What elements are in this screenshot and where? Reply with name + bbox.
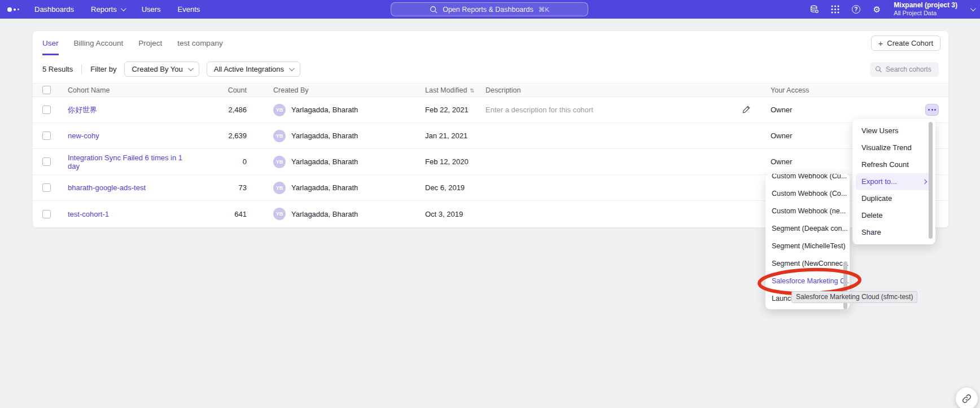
cohort-name-link[interactable]: new-cohy	[68, 131, 186, 140]
mixpanel-logo-icon[interactable]	[7, 7, 27, 12]
project-scope: All Project Data	[894, 10, 957, 17]
search-cohorts-box[interactable]	[870, 62, 939, 77]
nav-item-dashboards[interactable]: Dashboards	[34, 5, 74, 14]
sort-icon[interactable]: ⇅	[470, 87, 474, 94]
data-management-icon[interactable]	[809, 5, 819, 15]
last-modified: Feb 12, 2020	[425, 157, 485, 166]
last-modified: Feb 22, 2021	[425, 106, 485, 114]
cohort-context-menu: View Users Visualize Trend Refresh Count…	[852, 119, 935, 244]
search-cohorts-input[interactable]	[886, 65, 934, 73]
menu-item-view-users[interactable]: View Users	[852, 122, 935, 139]
chevron-down-icon	[121, 6, 126, 11]
chevron-down-icon[interactable]	[970, 6, 976, 11]
cohort-count: 641	[186, 210, 247, 218]
header-created-by: Created By	[247, 86, 425, 94]
menu-item-share[interactable]: Share	[852, 224, 935, 241]
export-submenu: Custom Webhook (Cu... Custom Webhook (Co…	[765, 174, 850, 309]
results-count: 5 Results	[42, 65, 73, 73]
header-cohort-name: Cohort Name	[68, 86, 186, 94]
row-checkbox[interactable]	[42, 106, 51, 114]
nav-item-events[interactable]: Events	[178, 5, 200, 14]
last-modified: Jan 21, 2021	[425, 131, 485, 140]
submenu-item-custom-webhook-3[interactable]: Custom Webhook (ne...	[765, 203, 850, 220]
created-by: Yarlagadda, Bharath	[291, 131, 358, 140]
header-count: Count	[186, 86, 247, 94]
created-by: Yarlagadda, Bharath	[291, 157, 358, 166]
submenu-item-custom-webhook-2[interactable]: Custom Webhook (Co...	[765, 185, 850, 203]
nav-item-reports[interactable]: Reports	[91, 5, 125, 14]
access-level: Owner	[759, 106, 906, 114]
search-icon	[430, 6, 438, 14]
table-row: new-cohy 2,639 YBYarlagadda, Bharath Jan…	[33, 123, 948, 149]
apps-grid-icon[interactable]	[830, 5, 840, 15]
cohort-count: 2,486	[186, 106, 247, 114]
cohort-name-link[interactable]: test-cohort-1	[68, 210, 186, 218]
search-icon	[875, 65, 882, 73]
submenu-item-segment-2[interactable]: Segment (MichelleTest)	[765, 238, 850, 255]
menu-item-delete[interactable]: Delete	[852, 207, 935, 224]
header-your-access: Your Access	[759, 86, 906, 94]
project-switcher[interactable]: Mixpanel (project 3) All Project Data	[894, 2, 957, 16]
last-modified: Oct 3, 2019	[425, 210, 485, 218]
chevron-down-icon	[289, 65, 295, 71]
project-name: Mixpanel (project 3)	[894, 2, 957, 10]
row-checkbox[interactable]	[42, 157, 51, 166]
table-row: Integration Sync Failed 6 times in 1 day…	[33, 149, 948, 175]
cohort-name-link[interactable]: Integration Sync Failed 6 times in 1 day	[68, 153, 186, 170]
menu-item-visualize-trend[interactable]: Visualize Trend	[852, 139, 935, 156]
row-checkbox[interactable]	[42, 131, 51, 140]
more-options-button[interactable]	[925, 104, 939, 116]
filter-by-label: Filter by	[90, 65, 116, 73]
edit-pencil-icon[interactable]	[742, 105, 751, 115]
submenu-item-segment-1[interactable]: Segment (Deepak con...	[765, 220, 850, 238]
tab-test-company[interactable]: test company	[177, 31, 222, 55]
submenu-item-custom-webhook-1[interactable]: Custom Webhook (Cu...	[765, 174, 850, 185]
share-link-button[interactable]	[956, 388, 978, 408]
last-modified: Dec 6, 2019	[425, 183, 485, 192]
cohort-name-link[interactable]: 你好世界	[68, 105, 186, 115]
nav-item-users[interactable]: Users	[142, 5, 161, 14]
menu-item-export-to[interactable]: Export to...	[856, 173, 932, 190]
integrations-filter[interactable]: All Active Integrations	[207, 62, 300, 77]
tab-user[interactable]: User	[42, 31, 59, 55]
created-by: Yarlagadda, Bharath	[291, 183, 358, 192]
created-by: Yarlagadda, Bharath	[291, 210, 358, 218]
chevron-down-icon	[188, 65, 194, 71]
menu-item-duplicate[interactable]: Duplicate	[852, 190, 935, 207]
keyboard-shortcut: ⌘K	[539, 6, 549, 14]
global-search-bar[interactable]: Open Reports & Dashboards ⌘K	[391, 2, 588, 16]
submenu-item-segment-3[interactable]: Segment (NewConnec...	[765, 255, 850, 273]
header-description: Description	[485, 86, 734, 94]
cohort-count: 2,639	[186, 131, 247, 140]
select-all-checkbox[interactable]	[42, 86, 51, 94]
submenu-item-salesforce-marketing-cloud[interactable]: Salesforce Marketing C...	[765, 273, 850, 290]
table-header-row: Cohort Name Count Created By Last Modifi…	[33, 83, 948, 97]
create-cohort-button[interactable]: + Create Cohort	[871, 36, 940, 51]
avatar: YB	[273, 130, 286, 142]
cohort-count: 0	[186, 157, 247, 166]
filter-toolbar: 5 Results Filter by Created By You All A…	[33, 55, 948, 83]
cohort-count: 73	[186, 183, 247, 192]
top-nav: Dashboards Reports Users Events Open Rep…	[0, 0, 980, 19]
description-field[interactable]: Enter a description for this cohort	[485, 106, 734, 114]
tab-project[interactable]: Project	[138, 31, 162, 55]
chevron-right-icon	[922, 179, 927, 184]
created-by: Yarlagadda, Bharath	[291, 106, 358, 114]
avatar: YB	[273, 156, 286, 168]
plus-icon: +	[878, 38, 883, 48]
avatar: YB	[273, 182, 286, 194]
tab-billing-account[interactable]: Billing Account	[74, 31, 124, 55]
avatar: YB	[273, 208, 286, 220]
link-icon	[962, 394, 972, 403]
menu-scrollbar[interactable]	[929, 122, 933, 239]
menu-item-refresh-count[interactable]: Refresh Count	[852, 156, 935, 173]
row-checkbox[interactable]	[42, 183, 51, 192]
row-checkbox[interactable]	[42, 210, 51, 218]
cohort-name-link[interactable]: bharath-google-ads-test	[68, 183, 186, 192]
salesforce-tooltip: Salesforce Marketing Cloud (sfmc-test)	[791, 291, 917, 303]
settings-gear-icon[interactable]: ⚙	[872, 5, 882, 15]
header-last-modified[interactable]: Last Modified⇅	[425, 86, 485, 94]
avatar: YB	[273, 104, 286, 116]
created-by-filter[interactable]: Created By You	[124, 62, 199, 77]
help-icon[interactable]: ?	[851, 5, 861, 15]
